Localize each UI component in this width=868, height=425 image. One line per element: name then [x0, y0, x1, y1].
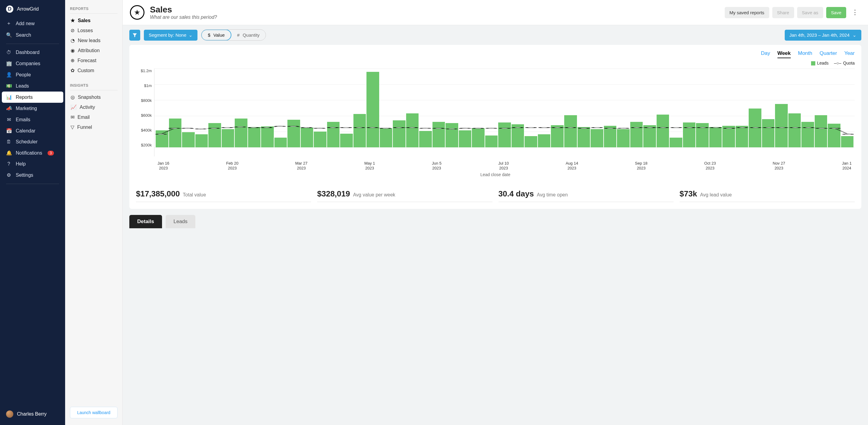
date-range-label: Jan 4th, 2023 – Jan 4th, 2024 [789, 32, 850, 37]
svg-point-22 [447, 129, 457, 130]
svg-point-34 [606, 128, 615, 129]
x-tick: Jan 162023 [157, 161, 169, 171]
x-tick: Mar 272023 [295, 161, 307, 171]
stat-value: $17,385,000 [136, 189, 180, 199]
sidebar-label: Settings [16, 172, 33, 178]
sidebar-item-scheduler[interactable]: 🗓Scheduler [0, 136, 65, 147]
user-menu[interactable]: Charles Berry [0, 407, 65, 421]
sidebar-label: People [16, 72, 31, 78]
report-label: Attribution [78, 48, 100, 53]
stat-value: $328,019 [317, 189, 350, 199]
sidebar-item-people[interactable]: 👤People [0, 69, 65, 80]
sidebar-item-calendar[interactable]: 📅Calendar [0, 125, 65, 136]
granularity-year[interactable]: Year [844, 50, 855, 58]
sidebar-label: Reports [16, 94, 33, 100]
brand[interactable]: D ArrowGrid [0, 4, 65, 18]
sidebar-item-reports[interactable]: 📊Reports [2, 91, 63, 103]
sidebar-item-emails[interactable]: ✉Emails [0, 114, 65, 125]
granularity-quarter[interactable]: Quarter [819, 50, 837, 58]
sidebar-item-marketing[interactable]: 📣Marketing [0, 103, 65, 114]
report-item-forecast[interactable]: ⊕Forecast [70, 55, 118, 65]
granularity-day[interactable]: Day [761, 50, 770, 58]
sidebar-item-settings[interactable]: ⚙Settings [0, 169, 65, 181]
svg-point-10 [289, 126, 298, 127]
sidebar-item-notifications[interactable]: 🔔Notifications3 [0, 147, 65, 159]
leads-swatch-icon [811, 61, 815, 65]
custom-icon: ✿ [70, 67, 74, 73]
launch-wallboard-button[interactable]: Launch wallboard [70, 407, 118, 418]
svg-point-4 [209, 128, 219, 129]
report-item-new-leads[interactable]: ◔New leads [70, 35, 118, 46]
stat: 30.4 daysAvg time open [498, 189, 674, 202]
svg-point-50 [817, 128, 827, 129]
search-button[interactable]: 🔍 Search [0, 29, 65, 40]
add-new-button[interactable]: ＋ Add new [0, 18, 65, 29]
stat-label: Avg lead value [700, 192, 732, 198]
report-item-snapshots[interactable]: ◎Snapshots [70, 92, 118, 102]
my-saved-reports-button[interactable]: My saved reports [725, 7, 769, 18]
x-axis-label: Lead close date [136, 172, 855, 182]
value-toggle[interactable]: $ Value [201, 29, 231, 40]
add-new-label: Add new [16, 21, 34, 26]
report-item-sales[interactable]: ★Sales [70, 16, 118, 25]
report-item-losses[interactable]: ⊘Losses [70, 25, 118, 35]
date-range-button[interactable]: Jan 4th, 2023 – Jan 4th, 2024 ⌄ [785, 30, 862, 40]
forecast-icon: ⊕ [70, 58, 74, 63]
report-item-email[interactable]: ✉Email [70, 112, 118, 122]
sidebar-label: Leads [16, 83, 29, 89]
svg-point-24 [473, 128, 483, 129]
sidebar-item-leads[interactable]: 💵Leads [0, 80, 65, 91]
svg-point-23 [460, 128, 470, 129]
stat-label: Avg value per week [353, 192, 395, 198]
quantity-toggle[interactable]: # Quantity [231, 30, 266, 40]
x-axis: Jan 162023Feb 202023Mar 272023May 12023J… [154, 161, 855, 171]
report-item-activity[interactable]: 📈Activity [70, 102, 118, 112]
page-subtitle: What are our sales this period? [150, 15, 217, 20]
granularity-tabs: DayWeekMonthQuarterYear [136, 50, 855, 58]
y-axis: $1.2m$1m$800k$600k$400k$200k [136, 68, 154, 157]
more-menu-icon[interactable]: ⋮ [849, 8, 861, 17]
sidebar-label: Notifications [16, 150, 42, 156]
leads-icon: 💵 [6, 83, 11, 89]
marketing-icon: 📣 [6, 106, 11, 111]
sidebar-label: Calendar [16, 128, 35, 134]
save-as-button[interactable]: Save as [797, 7, 823, 18]
svg-point-14 [341, 127, 351, 128]
x-tick: Sep 182023 [635, 161, 648, 171]
svg-point-51 [830, 128, 840, 129]
filter-button[interactable] [129, 30, 140, 40]
tab-details[interactable]: Details [129, 215, 162, 228]
losses-icon: ⊘ [70, 28, 74, 33]
sidebar-item-help[interactable]: ?Help [0, 159, 65, 169]
sidebar-label: Dashboard [16, 50, 39, 55]
report-item-funnel[interactable]: ▽Funnel [70, 122, 118, 132]
stat-label: Total value [183, 192, 206, 198]
svg-point-5 [223, 127, 232, 128]
report-label: Forecast [78, 58, 96, 63]
share-button[interactable]: Share [772, 7, 794, 18]
tab-leads[interactable]: Leads [166, 215, 195, 228]
save-button[interactable]: Save [826, 7, 846, 18]
granularity-month[interactable]: Month [798, 50, 812, 58]
svg-point-39 [672, 127, 681, 128]
report-item-attribution[interactable]: ◉Attribution [70, 46, 118, 55]
svg-point-26 [500, 128, 509, 129]
sidebar-item-dashboard[interactable]: ⏱Dashboard [0, 47, 65, 58]
report-label: Custom [78, 68, 94, 73]
sidebar-item-companies[interactable]: 🏢Companies [0, 58, 65, 69]
x-tick: Feb 202023 [226, 161, 238, 171]
x-tick: May 12023 [364, 161, 375, 171]
legend-quota: –○–Quota [834, 61, 855, 65]
report-label: New leads [78, 38, 100, 44]
metric-toggle: $ Value # Quantity [201, 29, 266, 40]
svg-point-27 [513, 127, 522, 128]
snapshots-icon: ◎ [70, 94, 75, 100]
svg-point-30 [553, 127, 562, 128]
stat-label: Avg time open [537, 192, 568, 198]
brand-name: ArrowGrid [17, 6, 39, 12]
report-item-custom[interactable]: ✿Custom [70, 65, 118, 76]
y-tick: $600k [141, 113, 152, 118]
segment-by-button[interactable]: Segment by: None ⌄ [144, 30, 197, 40]
granularity-week[interactable]: Week [777, 50, 791, 58]
svg-point-33 [592, 127, 602, 128]
